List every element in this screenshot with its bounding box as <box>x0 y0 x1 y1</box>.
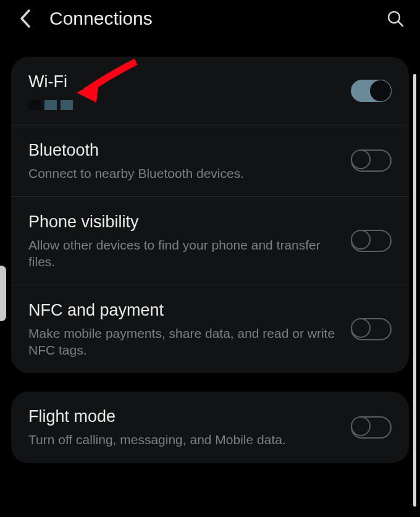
row-subtitle: Make mobile payments, share data, and re… <box>28 325 338 359</box>
edge-panel-handle[interactable] <box>0 266 6 321</box>
wifi-indicator-block <box>28 100 41 110</box>
wifi-indicator-block <box>44 100 57 110</box>
flight-mode-toggle[interactable] <box>351 416 392 439</box>
search-button[interactable] <box>383 6 408 31</box>
scrollbar[interactable] <box>413 74 416 506</box>
setting-row-bluetooth[interactable]: Bluetooth Connect to nearby Bluetooth de… <box>11 125 409 197</box>
toggle-knob <box>351 149 371 169</box>
row-text: Phone visibility Allow other devices to … <box>28 212 351 270</box>
bluetooth-toggle[interactable] <box>351 149 392 172</box>
setting-row-nfc[interactable]: NFC and payment Make mobile payments, sh… <box>11 285 409 373</box>
row-text: Bluetooth Connect to nearby Bluetooth de… <box>28 140 351 182</box>
row-title: NFC and payment <box>28 300 338 321</box>
row-subtitle: Turn off calling, messaging, and Mobile … <box>28 431 338 448</box>
wifi-toggle[interactable] <box>351 80 392 102</box>
toggle-knob <box>351 318 371 338</box>
row-title: Bluetooth <box>28 140 338 161</box>
app-header: Connections <box>0 0 420 43</box>
nfc-toggle[interactable] <box>351 318 392 340</box>
setting-row-phone-visibility[interactable]: Phone visibility Allow other devices to … <box>11 197 409 285</box>
row-subtitle: Allow other devices to find your phone a… <box>28 237 338 271</box>
setting-row-wifi[interactable]: Wi-Fi <box>11 57 409 125</box>
row-subtitle: Connect to nearby Bluetooth devices. <box>28 165 338 182</box>
setting-row-flight-mode[interactable]: Flight mode Turn off calling, messaging,… <box>11 392 409 463</box>
page-title: Connections <box>49 8 383 29</box>
search-icon <box>386 9 405 28</box>
row-title: Phone visibility <box>28 212 338 233</box>
toggle-knob <box>351 230 371 250</box>
phone-visibility-toggle[interactable] <box>351 230 392 252</box>
settings-group-2: Flight mode Turn off calling, messaging,… <box>11 392 409 463</box>
toggle-knob <box>351 416 371 436</box>
row-title: Wi-Fi <box>28 72 338 93</box>
wifi-network-indicator <box>28 100 338 110</box>
wifi-indicator-block <box>61 100 73 110</box>
row-text: Wi-Fi <box>28 72 351 110</box>
row-text: Flight mode Turn off calling, messaging,… <box>28 406 351 448</box>
svg-line-1 <box>398 22 403 26</box>
chevron-left-icon <box>18 8 32 29</box>
row-title: Flight mode <box>28 406 338 427</box>
row-text: NFC and payment Make mobile payments, sh… <box>28 300 351 358</box>
back-button[interactable] <box>12 6 37 31</box>
settings-group-1: Wi-Fi Bluetooth Connect to nearby Blueto… <box>11 57 409 373</box>
toggle-knob <box>370 80 391 101</box>
